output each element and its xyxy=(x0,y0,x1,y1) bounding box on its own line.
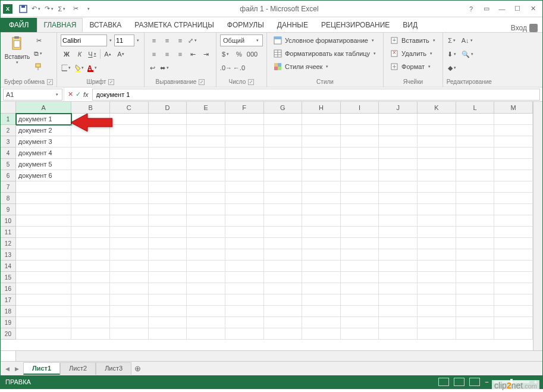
cell[interactable] xyxy=(418,215,456,227)
cell[interactable] xyxy=(187,306,225,317)
cell[interactable] xyxy=(341,328,379,340)
delete-cells-button[interactable]: ×Удалить▾ xyxy=(387,48,439,59)
find-button[interactable]: 🔍▾ xyxy=(460,48,476,60)
cell[interactable] xyxy=(379,317,418,328)
cell[interactable] xyxy=(149,272,187,283)
cell[interactable] xyxy=(418,114,456,125)
cell[interactable] xyxy=(187,317,225,328)
cell[interactable] xyxy=(149,136,187,148)
cell[interactable] xyxy=(187,283,225,294)
align-top-button[interactable]: ≡ xyxy=(148,35,160,46)
number-format-select[interactable]: Общий▾ xyxy=(220,35,263,46)
paste-button[interactable]: Вставить ▾ xyxy=(4,35,30,77)
cell[interactable] xyxy=(71,148,110,159)
cell[interactable] xyxy=(149,306,187,317)
cell[interactable] xyxy=(149,227,187,238)
cell[interactable] xyxy=(341,227,379,238)
border-button[interactable]: ▾ xyxy=(61,62,73,74)
cell[interactable] xyxy=(418,125,456,136)
cell[interactable]: документ 5 xyxy=(16,159,71,170)
cell[interactable] xyxy=(494,238,533,249)
cell[interactable] xyxy=(110,227,149,238)
cell[interactable] xyxy=(264,272,303,283)
cell[interactable] xyxy=(110,159,149,170)
cell[interactable] xyxy=(187,148,225,159)
cell[interactable] xyxy=(149,328,187,340)
cell[interactable] xyxy=(302,249,341,261)
cell[interactable] xyxy=(456,306,495,317)
cell[interactable] xyxy=(225,193,264,204)
cell[interactable] xyxy=(341,215,379,227)
conditional-format-button[interactable]: Условное форматирование▾ xyxy=(271,35,379,46)
cell[interactable] xyxy=(341,125,379,136)
cell[interactable] xyxy=(225,136,264,148)
cell[interactable] xyxy=(225,294,264,306)
cell[interactable] xyxy=(71,215,110,227)
cell[interactable] xyxy=(16,328,71,340)
view-pagebreak-button[interactable] xyxy=(469,378,480,386)
cell[interactable] xyxy=(379,272,418,283)
cell[interactable]: документ 6 xyxy=(16,170,71,181)
cell[interactable] xyxy=(302,181,341,193)
row-header[interactable]: 18 xyxy=(1,306,16,317)
cell[interactable] xyxy=(456,261,495,272)
cell[interactable] xyxy=(341,114,379,125)
cell[interactable] xyxy=(418,283,456,294)
cell[interactable] xyxy=(379,215,418,227)
cell[interactable] xyxy=(379,204,418,215)
row-header[interactable]: 16 xyxy=(1,283,16,294)
cell[interactable] xyxy=(225,261,264,272)
ribbon-tab-рецензирование[interactable]: РЕЦЕНЗИРОВАНИЕ xyxy=(315,18,396,32)
cell[interactable] xyxy=(264,306,303,317)
cell[interactable] xyxy=(187,249,225,261)
cell[interactable] xyxy=(264,238,303,249)
cell[interactable] xyxy=(341,181,379,193)
cell[interactable] xyxy=(379,181,418,193)
cell[interactable] xyxy=(379,136,418,148)
format-cells-button[interactable]: Формат▾ xyxy=(387,61,439,73)
orientation-button[interactable]: ⤢▾ xyxy=(187,35,199,46)
cell[interactable] xyxy=(187,215,225,227)
clipboard-launcher[interactable]: ⤢ xyxy=(47,79,53,85)
align-launcher[interactable]: ⤢ xyxy=(199,79,205,85)
cell[interactable] xyxy=(456,249,495,261)
cell[interactable] xyxy=(494,114,533,125)
cell[interactable] xyxy=(494,170,533,181)
cell[interactable] xyxy=(225,204,264,215)
user-icon[interactable] xyxy=(529,24,538,32)
cell[interactable] xyxy=(110,193,149,204)
cell[interactable] xyxy=(71,170,110,181)
fill-button[interactable]: ⬇▾ xyxy=(447,48,459,60)
cell[interactable] xyxy=(264,125,303,136)
increase-indent-button[interactable]: ⇥ xyxy=(200,48,212,60)
ribbon-tab-главная[interactable]: ГЛАВНАЯ xyxy=(37,18,83,32)
cell[interactable] xyxy=(418,249,456,261)
cell[interactable] xyxy=(225,306,264,317)
cell[interactable] xyxy=(225,170,264,181)
format-painter-button[interactable] xyxy=(33,61,45,73)
cell[interactable] xyxy=(494,215,533,227)
cell[interactable] xyxy=(379,148,418,159)
cell[interactable] xyxy=(418,238,456,249)
cell[interactable] xyxy=(264,136,303,148)
cell[interactable] xyxy=(149,159,187,170)
cell[interactable] xyxy=(418,306,456,317)
redo-qat[interactable]: ↷▾ xyxy=(43,3,55,15)
row-header[interactable]: 17 xyxy=(1,294,16,306)
cell[interactable] xyxy=(302,114,341,125)
cell[interactable] xyxy=(110,148,149,159)
cell[interactable] xyxy=(264,159,303,170)
cell[interactable] xyxy=(379,114,418,125)
wrap-text-button[interactable]: ↩ xyxy=(148,62,157,74)
save-qat[interactable] xyxy=(17,3,29,15)
align-center-button[interactable]: ≡ xyxy=(161,48,173,60)
cell[interactable] xyxy=(379,125,418,136)
enter-formula-button[interactable]: ✓ xyxy=(76,90,81,98)
cell[interactable] xyxy=(456,204,495,215)
cell[interactable] xyxy=(71,181,110,193)
ribbon-tab-разметка страницы[interactable]: РАЗМЕТКА СТРАНИЦЫ xyxy=(128,18,221,32)
cell[interactable] xyxy=(71,328,110,340)
cell[interactable] xyxy=(302,148,341,159)
cell-styles-button[interactable]: Стили ячеек▾ xyxy=(271,61,379,73)
cell[interactable] xyxy=(264,261,303,272)
